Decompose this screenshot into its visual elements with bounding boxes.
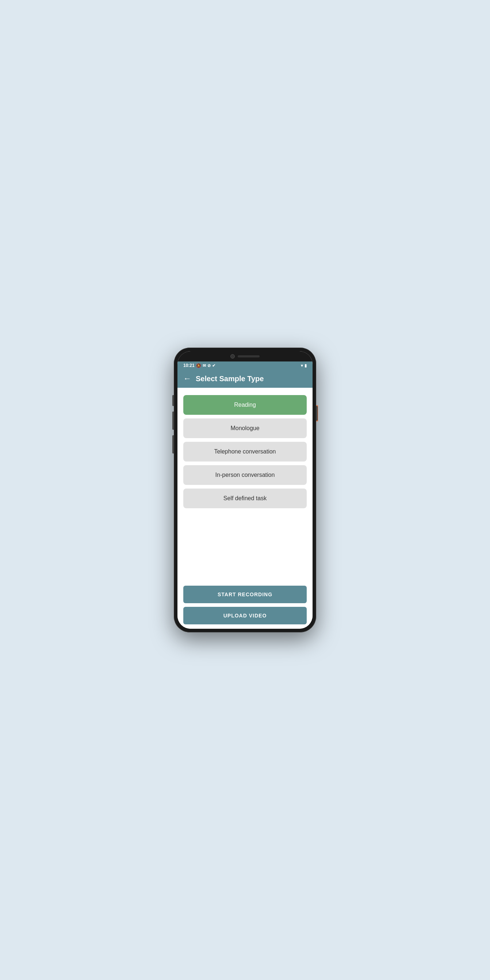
status-right: ▾ ▮ <box>301 363 307 368</box>
volume-up-button[interactable] <box>172 395 174 406</box>
phone-frame: 10:21 🔕 ✉ ⊘ ✔ ▾ ▮ ← Select Sample Type R… <box>174 348 316 632</box>
upload-video-button[interactable]: UPLOAD VIDEO <box>183 607 307 624</box>
option-selfdefined[interactable]: Self defined task <box>183 488 307 508</box>
status-bar: 10:21 🔕 ✉ ⊘ ✔ ▾ ▮ <box>177 361 313 369</box>
silent-button[interactable] <box>172 435 174 453</box>
power-button-side[interactable] <box>316 406 318 421</box>
content-area: Reading Monologue Telephone conversation… <box>177 388 313 583</box>
speaker-icon <box>238 355 259 358</box>
option-monologue[interactable]: Monologue <box>183 418 307 438</box>
check-icon: ✔ <box>212 363 215 368</box>
wifi-icon: ▾ <box>301 363 303 368</box>
app-bar: ← Select Sample Type <box>177 369 313 388</box>
phone-screen: 10:21 🔕 ✉ ⊘ ✔ ▾ ▮ ← Select Sample Type R… <box>177 351 313 629</box>
silent-icon: 🔕 <box>196 363 201 368</box>
page-title: Select Sample Type <box>196 375 264 383</box>
option-inperson[interactable]: In-person conversation <box>183 465 307 485</box>
start-recording-button[interactable]: START RECORDING <box>183 585 307 603</box>
content-spacer <box>183 512 307 576</box>
option-telephone[interactable]: Telephone conversation <box>183 442 307 461</box>
bottom-buttons-area: START RECORDING UPLOAD VIDEO <box>177 583 313 629</box>
camera-icon <box>231 354 235 358</box>
notch-bar <box>177 351 313 361</box>
volume-down-button[interactable] <box>172 412 174 430</box>
status-left: 10:21 🔕 ✉ ⊘ ✔ <box>183 363 215 368</box>
back-button[interactable]: ← <box>183 374 191 383</box>
option-reading[interactable]: Reading <box>183 395 307 415</box>
time-display: 10:21 <box>183 363 195 368</box>
mail-icon: ✉ <box>203 363 206 368</box>
battery-icon: ▮ <box>304 363 307 368</box>
vpn-icon: ⊘ <box>207 363 211 368</box>
